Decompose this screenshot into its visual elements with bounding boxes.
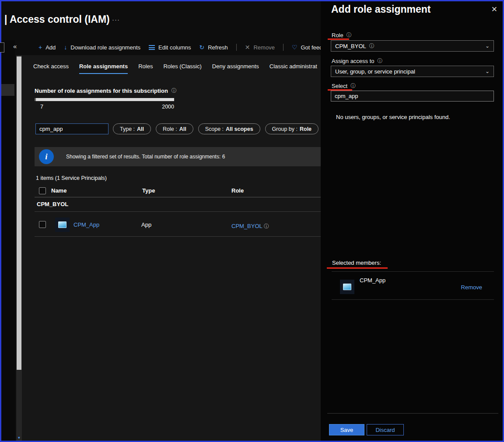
table-header-divider xyxy=(35,197,321,197)
app-glyph-icon xyxy=(343,284,351,290)
left-sidebar xyxy=(1,40,15,441)
tab-roles[interactable]: Roles xyxy=(138,63,153,74)
tab-deny-assignments[interactable]: Deny assignments xyxy=(212,63,259,74)
download-role-assignments-button[interactable]: ↓ Download role assignments xyxy=(64,44,140,51)
filter-role-label: Role : xyxy=(163,126,177,132)
assignments-count-label: Number of role assignments for this subs… xyxy=(35,88,168,94)
assignments-search-input[interactable] xyxy=(35,123,108,134)
role-annotation-underline xyxy=(328,39,349,40)
info-icon[interactable]: ⓘ xyxy=(350,82,356,90)
download-label: Download role assignments xyxy=(70,44,140,51)
info-icon[interactable]: ⓘ xyxy=(172,87,177,95)
role-dropdown[interactable]: CPM_BYOL ⓘ ⌄ xyxy=(331,40,494,52)
no-results-message: No users, groups, or service principals … xyxy=(336,114,450,120)
row-name-link[interactable]: CPM_App xyxy=(74,221,99,228)
add-icon: + xyxy=(38,44,42,50)
items-summary: 1 items (1 Service Principals) xyxy=(36,175,107,181)
row-role-link[interactable]: CPM_BYOL xyxy=(231,223,262,229)
feedback-button[interactable]: ♡ Got feed xyxy=(292,44,322,51)
filter-scope-label: Scope : xyxy=(205,126,224,132)
filter-group-by-value: Role xyxy=(300,126,312,132)
tab-role-assignments[interactable]: Role assignments xyxy=(79,63,128,74)
select-search-input[interactable] xyxy=(331,91,494,102)
column-header-name: Name xyxy=(51,187,66,194)
role-dropdown-value: CPM_BYOL xyxy=(335,43,366,49)
group-row-label: CPM_BYOL xyxy=(37,201,68,207)
collapse-button[interactable]: « xyxy=(13,42,17,50)
filter-scope-value: All scopes xyxy=(226,126,253,132)
group-row-divider xyxy=(35,211,321,212)
page-title: | Access control (IAM) xyxy=(4,14,110,25)
row-checkbox[interactable] xyxy=(39,221,46,228)
row-type: App xyxy=(141,221,151,228)
assign-access-label-text: Assign access to xyxy=(332,58,374,64)
refresh-button[interactable]: ↻ Refresh xyxy=(199,44,228,51)
remove-label: Remove xyxy=(253,44,274,51)
column-header-type: Type xyxy=(142,187,155,194)
member-name: CPM_App xyxy=(360,277,385,284)
column-header-role: Role xyxy=(231,187,244,194)
info-banner-icon: i xyxy=(39,149,54,164)
toolbar-divider xyxy=(236,44,237,51)
toolbar-divider xyxy=(283,44,284,51)
filter-group-by[interactable]: Group by : Role xyxy=(265,123,318,134)
assign-access-value: User, group, or service principal xyxy=(335,68,415,75)
filter-role[interactable]: Role : All xyxy=(156,123,193,134)
filter-scope[interactable]: Scope : All scopes xyxy=(198,123,260,134)
edit-columns-button[interactable]: Edit columns xyxy=(149,44,191,51)
filter-type-value: All xyxy=(137,126,144,132)
command-bar: + Add ↓ Download role assignments Edit c… xyxy=(38,42,322,53)
more-options-icon[interactable]: ··· xyxy=(112,16,120,23)
member-remove-link[interactable]: Remove xyxy=(461,284,482,291)
selected-members-label: Selected members: xyxy=(332,260,381,266)
filter-role-value: All xyxy=(179,126,186,132)
panel-footer-divider xyxy=(327,413,498,414)
sidebar-selected-item[interactable] xyxy=(1,84,14,96)
remove-icon: ✕ xyxy=(245,44,250,50)
refresh-icon: ↻ xyxy=(199,44,204,50)
filter-type[interactable]: Type : All xyxy=(113,123,151,134)
app-glyph-icon xyxy=(58,221,66,228)
vertical-scrollbar[interactable]: ▼ xyxy=(16,55,22,441)
assignments-quota-fill xyxy=(35,98,36,101)
close-icon[interactable]: ✕ xyxy=(491,5,497,14)
select-field-label: Select ⓘ xyxy=(332,82,356,90)
filtered-results-text: Showing a filtered set of results. Total… xyxy=(66,154,225,160)
role-label-text: Role xyxy=(332,32,343,39)
app-icon xyxy=(55,217,70,232)
scrollbar-down-arrow-icon[interactable]: ▼ xyxy=(16,436,22,440)
chevron-down-icon: ⌄ xyxy=(485,43,490,49)
filtered-results-banner: i Showing a filtered set of results. Tot… xyxy=(35,147,321,166)
scrollbar-thumb[interactable] xyxy=(17,56,21,370)
assignments-quota-bar xyxy=(35,98,174,101)
tab-classic-administrators[interactable]: Classic administrat xyxy=(270,63,317,74)
filter-type-label: Type : xyxy=(120,126,135,132)
quota-current: 7 xyxy=(40,104,43,110)
save-button[interactable]: Save xyxy=(329,424,364,435)
row-divider xyxy=(35,236,321,237)
edit-columns-icon xyxy=(149,45,155,50)
add-button[interactable]: + Add xyxy=(38,44,56,51)
member-app-icon xyxy=(340,280,354,294)
selected-members-annotation-underline xyxy=(327,267,388,269)
discard-button[interactable]: Discard xyxy=(367,424,404,435)
info-icon[interactable]: ⓘ xyxy=(346,32,352,39)
add-label: Add xyxy=(46,44,56,51)
info-icon[interactable]: ⓘ xyxy=(378,57,383,65)
assignments-count-heading: Number of role assignments for this subs… xyxy=(35,87,177,95)
assign-access-dropdown[interactable]: User, group, or service principal ⌄ xyxy=(331,66,494,77)
panel-title: Add role assignment xyxy=(331,4,430,15)
content-background xyxy=(22,55,321,441)
quota-max: 2000 xyxy=(162,104,174,110)
info-icon[interactable]: ⓘ xyxy=(369,42,374,50)
row-role: CPM_BYOL ⓘ xyxy=(231,223,269,230)
chevron-down-icon: ⌄ xyxy=(485,68,490,74)
info-icon[interactable]: ⓘ xyxy=(264,223,269,229)
edit-columns-label: Edit columns xyxy=(158,44,191,51)
add-role-assignment-panel: Add role assignment ✕ Role ⓘ CPM_BYOL ⓘ … xyxy=(321,1,503,441)
tab-roles-classic[interactable]: Roles (Classic) xyxy=(163,63,201,74)
tab-check-access[interactable]: Check access xyxy=(33,63,69,74)
select-all-checkbox[interactable] xyxy=(39,187,46,194)
filter-group-by-label: Group by : xyxy=(272,126,298,132)
remove-button[interactable]: ✕ Remove xyxy=(245,44,275,51)
